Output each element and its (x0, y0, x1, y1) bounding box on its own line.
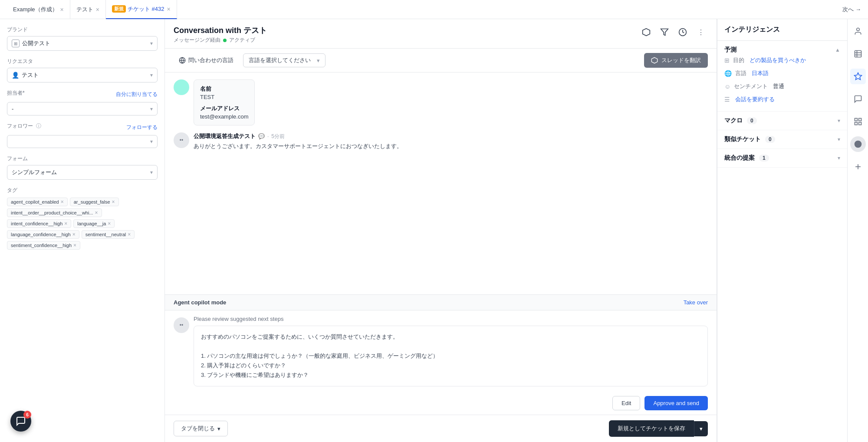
copilot-review-label: Please review suggested next steps (194, 316, 708, 322)
intent-value[interactable]: どの製品を買うべきか (750, 56, 806, 64)
self-assign-link[interactable]: 自分に割り当てる (116, 91, 158, 98)
tag-remove-icon[interactable]: × (72, 231, 76, 237)
inquiry-language-label: 問い合わせの言語 (188, 56, 233, 64)
tag-remove-icon[interactable]: × (64, 221, 67, 227)
chat-fab-badge: 6 (23, 411, 31, 419)
take-over-link[interactable]: Take over (684, 299, 708, 306)
macro-section: マクロ 0 ▾ (717, 112, 847, 130)
svg-point-6 (856, 28, 859, 31)
status-dot-icon (223, 39, 227, 42)
tag-remove-icon[interactable]: × (61, 199, 64, 205)
settings-strip-icon[interactable] (850, 136, 866, 152)
macro-chevron[interactable]: ▾ (838, 118, 840, 124)
intent-row: ⊞ 目的 どの製品を買うべきか (724, 54, 840, 67)
svg-point-16 (854, 141, 861, 148)
tags-section: タグ agent_copilot_enabled×ar_suggest_fals… (7, 187, 158, 250)
save-ticket-button[interactable]: 新規としてチケットを保存 (609, 420, 694, 437)
save-ticket-dropdown[interactable]: ▾ (694, 421, 708, 436)
chat-fab[interactable]: 6 (10, 411, 31, 432)
chat-area: 名前 TEST メールアドレス test@example.com •• 公開環境… (165, 73, 717, 294)
approve-and-send-button[interactable]: Approve and send (644, 396, 708, 410)
follower-chevron: ▾ (150, 139, 153, 145)
bot-message: •• 公開環境返答生成テスト 💬 · 5分前 ありがとうございます。カスタマーサ… (174, 132, 708, 151)
follower-label-text: フォロワー (7, 123, 33, 129)
form-label: フォーム (7, 155, 158, 162)
ai-strip-icon[interactable] (850, 69, 866, 84)
tab-example-close[interactable]: × (60, 6, 64, 13)
requester-select[interactable]: 👤 テスト ▾ (7, 68, 158, 82)
tab-test[interactable]: テスト × (70, 0, 106, 19)
message-bubble: 名前 TEST メールアドレス test@example.com (194, 79, 255, 125)
copilot-mode-label: Agent copilot mode (174, 299, 226, 306)
history-icon-button[interactable] (676, 25, 690, 39)
tab-test-label: テスト (76, 6, 93, 13)
tag-item: intent_confidence__high× (7, 219, 71, 228)
email-field-label: メールアドレス (200, 105, 248, 112)
translate-thread-button[interactable]: スレッドを翻訳 (644, 53, 708, 68)
language-select[interactable]: 言語を選択してください ▾ (243, 53, 326, 67)
assignee-select[interactable]: - ▾ (7, 102, 158, 115)
person-strip-icon[interactable] (850, 23, 866, 39)
icon-strip (847, 19, 868, 442)
left-sidebar: ブランド ⊞ 公開テスト ▾ リクエスタ 👤 テスト ▾ 担当者* (0, 19, 165, 442)
integration-chevron[interactable]: ▾ (838, 155, 840, 161)
name-field-value: TEST (200, 94, 248, 100)
tag-item: sentiment__neutral× (82, 230, 135, 239)
tag-remove-icon[interactable]: × (112, 199, 115, 205)
assignee-chevron: ▾ (150, 106, 153, 112)
tab-ticket-close[interactable]: × (167, 6, 171, 13)
list-strip-icon[interactable] (850, 46, 866, 62)
lang-select-chevron: ▾ (317, 57, 320, 64)
tab-test-close[interactable]: × (96, 6, 99, 13)
brand-section: ブランド ⊞ 公開テスト ▾ (7, 26, 158, 51)
follow-link[interactable]: フォローする (126, 124, 158, 131)
close-tab-chevron: ▾ (217, 426, 220, 432)
tag-remove-icon[interactable]: × (108, 221, 111, 227)
integration-title: 統合の提案 1 (724, 154, 769, 162)
summary-link[interactable]: 会話を要約する (735, 96, 775, 103)
tab-example[interactable]: Example（作成） × (7, 0, 70, 19)
brand-select[interactable]: ⊞ 公開テスト ▾ (7, 36, 158, 51)
plus-strip-icon[interactable] (850, 159, 866, 175)
integration-label: 統合の提案 (724, 154, 755, 161)
grid-strip-icon[interactable] (850, 114, 866, 129)
tag-remove-icon[interactable]: × (128, 231, 131, 237)
top-bar: Example（作成） × テスト × 新規 チケット #432 × 次へ → (0, 0, 868, 19)
copilot-suggestion: おすすめのパソコンをご提案するために、いくつか質問させていただきます。1. パソ… (194, 326, 708, 386)
similar-count-badge: 0 (765, 136, 775, 143)
more-options-button[interactable]: ⋮ (694, 25, 708, 39)
close-tab-button[interactable]: タブを閉じる ▾ (174, 421, 228, 436)
edit-button[interactable]: Edit (612, 396, 640, 410)
form-select[interactable]: シンプルフォーム ▾ (7, 165, 158, 180)
tag-item: intent__order__product_choice__whi...× (7, 208, 102, 217)
prediction-header: 予測 ▲ (724, 46, 840, 54)
filter-icon-button[interactable] (658, 25, 671, 39)
svg-rect-12 (855, 119, 857, 121)
copilot-body: •• Please review suggested next steps おす… (165, 310, 717, 392)
inquiry-language-button[interactable]: 問い合わせの言語 (174, 54, 239, 67)
center-panel: Conversation with テスト メッセージング経由 アクティブ (165, 19, 717, 442)
requester-label: リクエスタ (7, 58, 158, 65)
tag-remove-icon[interactable]: × (73, 242, 76, 248)
similar-chevron[interactable]: ▾ (838, 136, 840, 142)
requester-value: テスト (22, 71, 39, 79)
form-message: 名前 TEST メールアドレス test@example.com (174, 79, 708, 125)
form-section: フォーム シンプルフォーム ▾ (7, 155, 158, 180)
chat-strip-icon[interactable] (850, 91, 866, 107)
conversation-subtitle: メッセージング経由 アクティブ (174, 36, 267, 44)
tag-remove-icon[interactable]: × (95, 210, 98, 216)
tags-label: タグ (7, 187, 158, 194)
requester-section: リクエスタ 👤 テスト ▾ (7, 58, 158, 82)
assignee-label: 担当者* (7, 89, 25, 97)
macro-count-badge: 0 (747, 117, 757, 124)
language-row: 🌐 言語 日本語 (724, 67, 840, 80)
list-icon: ☰ (724, 96, 730, 103)
svg-rect-14 (855, 122, 857, 125)
assignee-section: 担当者* 自分に割り当てる - ▾ (7, 89, 158, 115)
next-button[interactable]: 次へ → (842, 6, 861, 13)
follower-select[interactable]: ▾ (7, 135, 158, 148)
prediction-chevron[interactable]: ▲ (835, 47, 840, 53)
hexagon-icon-button[interactable] (639, 25, 653, 39)
tab-ticket[interactable]: 新規 チケット #432 × (106, 0, 177, 19)
language-value[interactable]: 日本語 (752, 69, 769, 77)
